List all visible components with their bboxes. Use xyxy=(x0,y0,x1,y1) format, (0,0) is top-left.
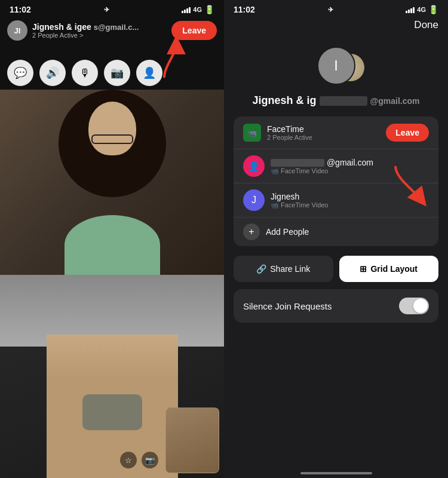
group-name: Jignesh & ig @gmail.com xyxy=(224,90,448,109)
participant-sub-label-1: FaceTime Video xyxy=(281,167,328,174)
person-button[interactable]: 👤 xyxy=(136,60,162,86)
info-card: 📹 FaceTime 2 People Active Leave 👤 @gmai… xyxy=(234,117,438,246)
avatar-large: I xyxy=(317,47,355,85)
bar1 xyxy=(182,11,183,13)
participant-row-2: J Jignesh 📹 FaceTime Video xyxy=(234,183,438,217)
participant-name-2: Jignesh xyxy=(271,192,328,201)
call-avatar-initials: JI xyxy=(14,26,21,35)
thumb-video-inner xyxy=(166,408,219,473)
bar3 xyxy=(186,8,188,13)
name-blur-1 xyxy=(271,159,324,167)
avatar-letter: I xyxy=(334,57,338,74)
rbar1 xyxy=(406,11,407,13)
message-button[interactable]: 💬 xyxy=(7,60,33,86)
leave-button-top[interactable]: Leave xyxy=(171,21,217,40)
video-top xyxy=(0,90,224,275)
person-icon: 👤 xyxy=(143,66,156,79)
call-header: JI Jignesh & igee s@gmail.c... 2 People … xyxy=(0,17,224,44)
add-people-icon: + xyxy=(243,223,260,240)
video-icon-p1: 📹 xyxy=(271,167,279,175)
call-status: 2 People Active > xyxy=(32,32,139,39)
glasses xyxy=(91,134,133,144)
facetime-row: 📹 FaceTime 2 People Active Leave xyxy=(234,117,438,149)
person-video-top xyxy=(0,90,224,275)
star-icon-btn[interactable]: ☆ xyxy=(120,452,137,468)
rbar2 xyxy=(408,10,410,13)
right-nav-icon: ✈ xyxy=(328,6,333,14)
left-signal-label: 4G xyxy=(193,6,202,13)
participant-name-1: @gmail.com xyxy=(271,158,373,167)
home-indicator-right xyxy=(300,472,372,474)
left-status-icons: 4G 🔋 xyxy=(182,5,214,14)
left-time: 11:02 xyxy=(10,5,31,14)
participant-email-suffix: @gmail.com xyxy=(327,158,373,167)
facetime-icon: 📹 xyxy=(243,124,261,142)
camera-icon-btn[interactable]: 📷 xyxy=(142,452,158,468)
thumbnail-video xyxy=(165,407,219,473)
face-top xyxy=(88,102,136,155)
speaker-icon: 🔊 xyxy=(46,66,59,79)
right-signal-bars xyxy=(406,6,415,13)
speaker-button[interactable]: 🔊 xyxy=(39,60,66,86)
message-icon: 💬 xyxy=(14,66,27,79)
share-link-icon: 🔗 xyxy=(256,264,266,274)
grid-layout-button[interactable]: ⊞ Grid Layout xyxy=(339,256,439,282)
right-panel: 11:02 ✈ 4G 🔋 Done I Jignesh & ig @gmail.… xyxy=(224,0,448,478)
facetime-sub: 2 People Active xyxy=(267,134,312,141)
video-bottom: ☆ 📷 xyxy=(0,275,224,478)
grid-icon: ⊞ xyxy=(360,264,367,274)
participant-info-1: @gmail.com 📹 FaceTime Video xyxy=(271,158,373,175)
participant-sub-1: 📹 FaceTime Video xyxy=(271,167,373,175)
add-people-row[interactable]: + Add People xyxy=(234,217,438,246)
name-blur xyxy=(320,96,367,106)
bar4 xyxy=(189,7,191,13)
silence-label: Silence Join Requests xyxy=(243,301,332,311)
mic-icon: 🎙 xyxy=(79,67,90,79)
right-time: 11:02 xyxy=(234,5,255,14)
gmail-avatar-icon: 👤 xyxy=(248,161,260,172)
share-link-label: Share Link xyxy=(270,264,310,274)
grid-layout-label: Grid Layout xyxy=(370,264,418,274)
silence-row: Silence Join Requests xyxy=(234,289,438,323)
participant-avatar-gmail: 👤 xyxy=(243,155,265,177)
avatars-section: I xyxy=(224,36,448,90)
leave-button-right[interactable]: Leave xyxy=(386,124,429,142)
left-signal-bars xyxy=(182,6,191,13)
left-battery-icon: 🔋 xyxy=(204,5,214,14)
toggle-knob xyxy=(413,299,428,313)
video-call-icon: 📹 xyxy=(247,128,257,137)
bottom-video-icons: ☆ 📷 xyxy=(120,452,158,468)
mic-button[interactable]: 🎙 xyxy=(72,60,98,86)
facetime-info: FaceTime 2 People Active xyxy=(267,124,312,141)
call-avatar: JI xyxy=(7,20,27,41)
action-buttons: 🔗 Share Link ⊞ Grid Layout xyxy=(234,256,438,282)
camera-snap-icon: 📷 xyxy=(145,456,155,465)
facetime-label: FaceTime xyxy=(267,124,312,134)
participant-sub-label-2: FaceTime Video xyxy=(281,201,328,209)
rbar4 xyxy=(413,7,415,13)
call-info: JI Jignesh & igee s@gmail.c... 2 People … xyxy=(7,20,139,41)
shirt-top xyxy=(65,215,160,275)
right-status-icons: 4G 🔋 xyxy=(406,5,438,14)
facetime-left: 📹 FaceTime 2 People Active xyxy=(243,124,312,142)
right-header: Done xyxy=(224,17,448,36)
camera-button[interactable]: 📷 xyxy=(104,60,130,86)
rbar3 xyxy=(410,8,412,13)
call-name-block: Jignesh & igee s@gmail.c... 2 People Act… xyxy=(32,22,139,39)
done-button[interactable]: Done xyxy=(414,19,438,31)
participant-sub-2: 📹 FaceTime Video xyxy=(271,201,328,209)
share-link-button[interactable]: 🔗 Share Link xyxy=(234,256,333,282)
participant-avatar-j: J xyxy=(243,189,265,211)
status-bar-left: 11:02 ✈ 4G 🔋 xyxy=(0,0,224,17)
controls-row: 💬 🔊 🎙 📷 👤 xyxy=(0,60,224,86)
video-bottom-inner: ☆ 📷 xyxy=(0,275,224,478)
bar2 xyxy=(184,10,186,13)
video-icon-p2: 📹 xyxy=(271,201,279,209)
status-bar-right: 11:02 ✈ 4G 🔋 xyxy=(224,0,448,17)
j-avatar-letter: J xyxy=(251,195,256,206)
silence-toggle[interactable] xyxy=(399,298,429,314)
camera-icon: 📷 xyxy=(111,66,124,79)
left-panel: 11:02 ✈ 4G 🔋 JI Jignesh & igee s@gmail.c… xyxy=(0,0,224,478)
call-name: Jignesh & igee s@gmail.c... xyxy=(32,22,139,32)
star-icon: ☆ xyxy=(125,456,132,465)
